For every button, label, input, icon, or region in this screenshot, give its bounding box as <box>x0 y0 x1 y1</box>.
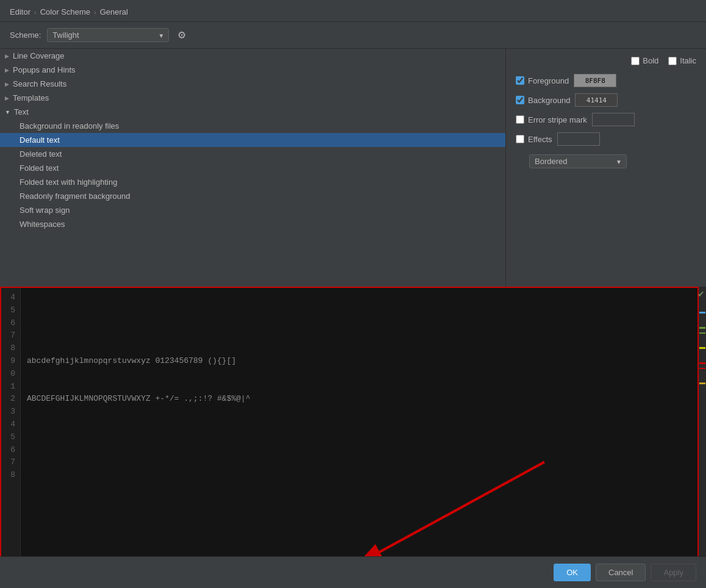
scroll-mark-blue <box>699 312 705 314</box>
tree-label: Search Results <box>13 79 66 88</box>
italic-checkbox-label[interactable]: Italic <box>668 56 696 65</box>
tree-item-search-results[interactable]: ▶ Search Results <box>0 77 505 91</box>
error-stripe-checkbox[interactable] <box>516 115 524 124</box>
tree-item-bg-readonly[interactable]: Background in readonly files <box>0 119 505 133</box>
error-stripe-row: Error stripe mark <box>516 113 696 126</box>
tree-item-folded-text-highlighting[interactable]: Folded text with highlighting <box>0 175 505 189</box>
properties-panel: Bold Italic Foreground 8F8F8 <box>506 49 706 287</box>
ok-button[interactable]: OK <box>554 564 591 581</box>
tree-label: Readonly fragment background <box>20 192 130 201</box>
triangle-icon: ▶ <box>5 53 9 59</box>
effects-style-wrapper[interactable]: Bordered Underscored Bold Underscored St… <box>529 154 627 168</box>
tree-label: Folded text <box>20 163 59 173</box>
code-content: abcdefghijklmnopqrstuvwxyz 0123456789 ()… <box>21 288 697 556</box>
effects-row: Effects <box>516 132 696 146</box>
foreground-color-box[interactable]: 8F8F8 <box>574 74 616 87</box>
breadcrumb-general: General <box>100 7 128 16</box>
italic-checkbox[interactable] <box>668 57 677 65</box>
line-numbers: 4 5 6 7 8 9 0 1 2 3 4 5 6 7 8 <box>1 288 21 556</box>
triangle-icon: ▶ <box>5 67 9 73</box>
breadcrumb: Editor › Color Scheme › General <box>0 0 706 22</box>
main-content: ▶ Line Coverage ▶ Popups and Hints ▶ Sea… <box>0 49 706 556</box>
tree-label: Text <box>14 107 29 117</box>
tree-item-popups-hints[interactable]: ▶ Popups and Hints <box>0 63 505 77</box>
tree-item-folded-text[interactable]: Folded text <box>0 161 505 175</box>
scroll-mark-yellow <box>699 347 705 349</box>
tree-item-readonly-fragment[interactable]: Readonly fragment background <box>0 189 505 203</box>
code-line-5: abcdefghijklmnopqrstuvwxyz 0123456789 ()… <box>27 355 691 368</box>
effects-style-select[interactable]: Bordered Underscored Bold Underscored St… <box>529 154 627 168</box>
tree-item-whitespaces[interactable]: Whitespaces <box>0 217 505 231</box>
tree-panel: ▶ Line Coverage ▶ Popups and Hints ▶ Sea… <box>0 49 506 287</box>
bottom-bar: OK Cancel Apply <box>0 556 706 588</box>
error-stripe-color-box[interactable] <box>592 113 635 126</box>
background-color-box[interactable]: 41414 <box>575 93 618 107</box>
tree-item-default-text[interactable]: Default text <box>0 133 505 147</box>
preview-scrollbar[interactable]: ✔ <box>699 287 706 556</box>
checkmark-icon: ✔ <box>697 289 705 299</box>
scheme-row: Scheme: Twilight Default Darcula High Co… <box>0 22 706 49</box>
effects-checkbox[interactable] <box>516 135 524 143</box>
background-row: Background 41414 <box>516 93 696 107</box>
foreground-label: Foreground <box>528 76 569 85</box>
scheme-settings-button[interactable]: ⚙ <box>175 28 188 42</box>
tree-label: Line Coverage <box>13 51 65 60</box>
foreground-value: 8F8F8 <box>585 77 605 85</box>
code-line-8 <box>27 469 691 482</box>
error-stripe-label: Error stripe mark <box>528 115 587 124</box>
breadcrumb-color-scheme: Color Scheme <box>40 7 90 16</box>
tree-item-deleted-text[interactable]: Deleted text <box>0 147 505 161</box>
top-section: ▶ Line Coverage ▶ Popups and Hints ▶ Sea… <box>0 49 706 287</box>
bold-checkbox[interactable] <box>631 57 640 65</box>
foreground-row: Foreground 8F8F8 <box>516 74 696 87</box>
code-line-7 <box>27 431 691 444</box>
scheme-select-wrapper[interactable]: Twilight Default Darcula High Contrast <box>47 28 169 42</box>
code-line-6: ABCDEFGHIJKLMNOPQRSTUVWXYZ +-*/= .,;:!? … <box>27 393 691 406</box>
background-checkbox-label[interactable]: Background <box>516 96 570 105</box>
code-line-0 <box>27 545 691 556</box>
foreground-checkbox-label[interactable]: Foreground <box>516 76 569 85</box>
effects-checkbox-label[interactable]: Effects <box>516 135 552 144</box>
scroll-mark-orange <box>699 382 705 384</box>
cancel-button[interactable]: Cancel <box>596 564 646 581</box>
scheme-select[interactable]: Twilight Default Darcula High Contrast <box>47 28 169 42</box>
tree-label: Soft wrap sign <box>20 206 70 215</box>
settings-dialog: Editor › Color Scheme › General Scheme: … <box>0 0 706 588</box>
tree-label: Deleted text <box>20 149 62 159</box>
preview-section: 4 5 6 7 8 9 0 1 2 3 4 5 6 7 8 <box>0 287 706 556</box>
breadcrumb-sep1: › <box>34 9 37 16</box>
apply-button[interactable]: Apply <box>651 564 696 581</box>
tree-item-templates[interactable]: ▶ Templates <box>0 91 505 105</box>
scroll-mark-green <box>699 327 705 329</box>
background-value: 41414 <box>587 96 607 104</box>
bold-label: Bold <box>643 56 658 65</box>
tree-label: Popups and Hints <box>13 65 76 74</box>
bold-checkbox-label[interactable]: Bold <box>631 56 658 65</box>
tree-label: Templates <box>13 93 49 102</box>
tree-label: Whitespaces <box>20 220 65 229</box>
triangle-icon: ▶ <box>5 95 9 101</box>
scroll-mark-red <box>699 362 705 364</box>
background-label: Background <box>528 96 570 105</box>
tree-item-text[interactable]: ▼ Text <box>0 105 505 119</box>
error-stripe-checkbox-label[interactable]: Error stripe mark <box>516 115 587 124</box>
effects-color-box[interactable] <box>557 132 600 146</box>
italic-label: Italic <box>680 56 696 65</box>
code-line-4 <box>27 317 691 330</box>
tree-label: Background in readonly files <box>20 121 119 131</box>
tree-item-soft-wrap[interactable]: Soft wrap sign <box>0 203 505 217</box>
scheme-label: Scheme: <box>10 30 41 40</box>
preview-editor: 4 5 6 7 8 9 0 1 2 3 4 5 6 7 8 <box>0 287 699 556</box>
breadcrumb-sep2: › <box>94 9 96 16</box>
tree-label: Default text <box>20 135 60 145</box>
background-checkbox[interactable] <box>516 96 524 104</box>
foreground-checkbox[interactable] <box>516 76 524 85</box>
breadcrumb-editor: Editor <box>10 7 30 16</box>
effects-label: Effects <box>528 135 552 144</box>
triangle-icon: ▶ <box>5 81 9 87</box>
triangle-open-icon: ▼ <box>5 109 10 115</box>
scroll-mark-red2 <box>699 368 705 369</box>
tree-item-line-coverage[interactable]: ▶ Line Coverage <box>0 49 505 63</box>
tree-label: Folded text with highlighting <box>20 177 117 187</box>
style-row: Bold Italic <box>516 56 696 65</box>
